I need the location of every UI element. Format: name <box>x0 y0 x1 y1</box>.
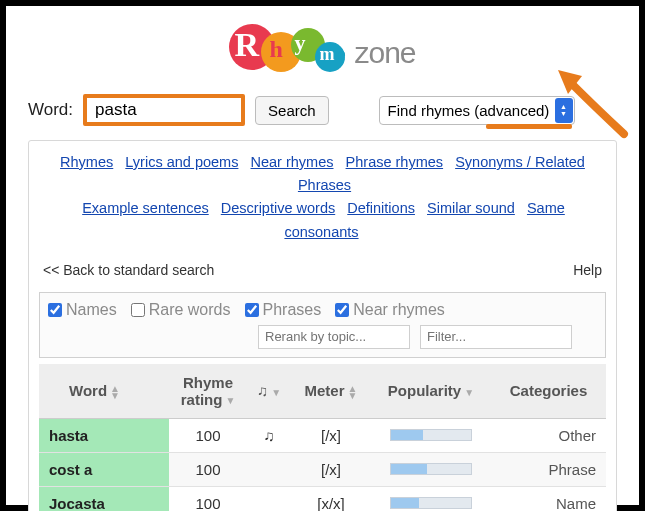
help-link[interactable]: Help <box>573 262 602 278</box>
annotation-underline <box>486 124 572 129</box>
music-note-icon: ♫ <box>263 427 274 444</box>
nav-link[interactable]: Phrases <box>298 177 351 193</box>
rating-cell: 100 <box>169 486 247 511</box>
music-cell <box>247 452 291 486</box>
checkbox-names[interactable]: Names <box>48 301 117 319</box>
col-rating[interactable]: Rhyme rating▼ <box>169 364 247 419</box>
meter-cell: [x/x] <box>291 486 371 511</box>
word-input[interactable] <box>83 94 245 126</box>
col-music[interactable]: ♫▼ <box>247 364 291 419</box>
nav-link[interactable]: Phrase rhymes <box>346 154 444 170</box>
sort-icon: ▼ <box>464 389 474 396</box>
logo-icon: Rhyme <box>229 22 349 76</box>
word-cell[interactable]: Jocasta <box>39 486 169 511</box>
nav-link[interactable]: Similar sound <box>427 200 515 216</box>
filter-box: Names Rare words Phrases Near rhymes <box>39 292 606 358</box>
category-cell: Name <box>491 486 606 511</box>
music-cell <box>247 486 291 511</box>
category-cell: Phrase <box>491 452 606 486</box>
music-cell[interactable]: ♫ <box>247 418 291 452</box>
col-word[interactable]: Word▲▼ <box>39 364 169 419</box>
nav-link[interactable]: Rhymes <box>60 154 113 170</box>
table-row[interactable]: hasta100♫[/x]Other <box>39 418 606 452</box>
col-popularity[interactable]: Popularity▼ <box>371 364 491 419</box>
popularity-cell <box>371 452 491 486</box>
meter-cell: [/x] <box>291 452 371 486</box>
table-row[interactable]: cost a100[/x]Phrase <box>39 452 606 486</box>
popularity-cell <box>371 486 491 511</box>
mode-dropdown[interactable]: Find rhymes (advanced) <box>379 96 575 125</box>
sort-icon: ▲▼ <box>348 385 358 399</box>
nav-link[interactable]: Lyrics and poems <box>125 154 238 170</box>
nav-link[interactable]: Descriptive words <box>221 200 335 216</box>
checkbox-near[interactable]: Near rhymes <box>335 301 445 319</box>
word-cell[interactable]: cost a <box>39 452 169 486</box>
search-button[interactable]: Search <box>255 96 329 125</box>
nav-link[interactable]: Near rhymes <box>251 154 334 170</box>
nav-link[interactable]: Synonyms / Related <box>455 154 585 170</box>
rating-cell: 100 <box>169 418 247 452</box>
table-row[interactable]: Jocasta100[x/x]Name <box>39 486 606 511</box>
category-cell: Other <box>491 418 606 452</box>
col-categories[interactable]: Categories <box>491 364 606 419</box>
filter-input[interactable] <box>420 325 572 349</box>
rerank-input[interactable] <box>258 325 410 349</box>
meter-cell: [/x] <box>291 418 371 452</box>
checkbox-rare[interactable]: Rare words <box>131 301 231 319</box>
word-cell[interactable]: hasta <box>39 418 169 452</box>
back-link[interactable]: << Back to standard search <box>43 262 214 278</box>
word-label: Word: <box>28 100 73 120</box>
results-panel: Rhymes Lyrics and poems Near rhymes Phra… <box>28 140 617 511</box>
nav-link[interactable]: Definitions <box>347 200 415 216</box>
results-table: Word▲▼ Rhyme rating▼ ♫▼ Meter▲▼ Populari… <box>39 364 606 511</box>
logo-text: zone <box>354 36 415 70</box>
nav-link[interactable]: Example sentences <box>82 200 209 216</box>
sort-icon: ▼ <box>225 397 235 404</box>
popularity-cell <box>371 418 491 452</box>
rating-cell: 100 <box>169 452 247 486</box>
sort-icon: ▼ <box>271 389 281 396</box>
sort-icon: ▲▼ <box>110 385 120 399</box>
checkbox-phrases[interactable]: Phrases <box>245 301 322 319</box>
logo[interactable]: Rhyme zone <box>229 22 415 76</box>
col-meter[interactable]: Meter▲▼ <box>291 364 371 419</box>
nav-links: Rhymes Lyrics and poems Near rhymes Phra… <box>39 151 606 254</box>
